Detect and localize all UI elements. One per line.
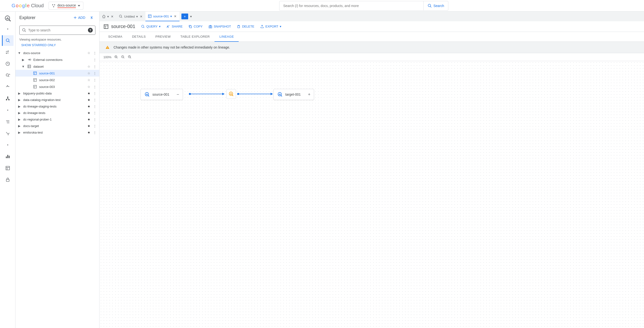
close-icon[interactable]: ✕ <box>140 14 143 19</box>
chevron-down-icon[interactable]: ▾ <box>136 15 138 18</box>
tree-project-item[interactable]: ▶dc-lineage-staging-tests★⋮ <box>16 103 99 110</box>
star-icon[interactable]: ★ <box>88 131 90 134</box>
collapse-icon[interactable]: − <box>176 92 179 97</box>
kebab-menu-icon[interactable]: ⋮ <box>92 78 97 82</box>
tree-table-source-003[interactable]: source-003 ☆ ⋮ <box>16 83 99 90</box>
chevron-down-icon[interactable]: ▾ <box>107 15 109 18</box>
rail-scheduled[interactable] <box>2 58 14 69</box>
kebab-menu-icon[interactable]: ⋮ <box>92 58 97 62</box>
star-icon[interactable]: ☆ <box>88 72 90 75</box>
query-button[interactable]: QUERY▾ <box>141 25 161 28</box>
tree-label: data-catalog-migration-test <box>23 98 86 102</box>
subtab-table-explorer[interactable]: TABLE EXPLORER <box>176 32 215 42</box>
rail-settings[interactable] <box>2 128 14 139</box>
kebab-menu-icon[interactable]: ⋮ <box>92 92 97 95</box>
tree-project-item[interactable]: ▶bigquery-public-data★⋮ <box>16 90 99 96</box>
tree-table-source-002[interactable]: source-002 ☆ ⋮ <box>16 76 99 83</box>
explorer-search-input[interactable] <box>28 28 86 32</box>
bigquery-logo-icon[interactable] <box>4 14 12 23</box>
tab-overflow-dropdown[interactable]: ▾ <box>188 14 194 18</box>
star-icon[interactable]: ☆ <box>88 78 90 82</box>
tab-untitled[interactable]: Untitled ▾ ✕ <box>116 12 146 21</box>
menu-icon[interactable] <box>3 3 9 9</box>
tree-project-item[interactable]: ▶data-catalog-migration-test★⋮ <box>16 96 99 103</box>
zoom-out-icon[interactable] <box>121 55 125 59</box>
tree-external-connections[interactable]: ▶ External connections ⋮ <box>16 56 99 63</box>
star-icon[interactable]: ★ <box>88 98 90 102</box>
kebab-menu-icon[interactable]: ⋮ <box>92 72 97 75</box>
kebab-menu-icon[interactable]: ⋮ <box>92 124 97 128</box>
rail-hierarchy[interactable] <box>2 93 14 104</box>
snapshot-button[interactable]: SNAPSHOT <box>208 25 231 28</box>
subtab-lineage[interactable]: LINEAGE <box>214 32 239 42</box>
expand-icon[interactable]: + <box>308 92 311 97</box>
close-icon[interactable]: ✕ <box>174 14 177 18</box>
lineage-canvas[interactable]: source-001 − target-001 + <box>100 61 644 328</box>
rail-biengine[interactable] <box>2 82 14 92</box>
kebab-menu-icon[interactable]: ⋮ <box>92 65 97 68</box>
star-icon[interactable]: ☆ <box>88 65 90 68</box>
rail-chart[interactable] <box>2 151 14 162</box>
show-starred-link[interactable]: SHOW STARRED ONLY <box>16 42 99 48</box>
kebab-menu-icon[interactable]: ⋮ <box>92 85 97 89</box>
chevron-down-icon[interactable]: ▾ <box>170 14 172 18</box>
search-button[interactable]: Search <box>424 1 448 10</box>
tree-dataset[interactable]: ▼ dataset ☆ ⋮ <box>16 63 99 70</box>
kebab-menu-icon[interactable]: ⋮ <box>92 98 97 102</box>
tab-source-001[interactable]: source-001 ▾ ✕ <box>146 12 180 21</box>
copy-button[interactable]: COPY <box>188 25 203 28</box>
subtab-details[interactable]: DETAILS <box>127 32 151 42</box>
tree-project-item[interactable]: ▶docs-target★⋮ <box>16 123 99 129</box>
star-icon[interactable]: ☆ <box>88 85 90 89</box>
rail-table[interactable] <box>2 163 14 174</box>
star-icon[interactable]: ★ <box>88 118 90 121</box>
new-tab-button[interactable]: + <box>182 14 188 19</box>
zoom-in-icon[interactable] <box>114 55 118 59</box>
rail-explorer[interactable] <box>2 35 14 46</box>
kebab-menu-icon[interactable]: ⋮ <box>92 131 97 134</box>
delete-button[interactable]: DELETE <box>237 25 254 28</box>
kebab-menu-icon[interactable]: ⋮ <box>92 51 97 55</box>
lineage-process-node[interactable] <box>226 89 236 99</box>
star-icon[interactable]: ★ <box>88 124 90 128</box>
tree-project-docs-source[interactable]: ▼ docs-source ☆ ⋮ <box>16 50 99 56</box>
kebab-menu-icon[interactable]: ⋮ <box>92 104 97 108</box>
kebab-menu-icon[interactable]: ⋮ <box>92 111 97 115</box>
star-icon[interactable]: ★ <box>88 111 90 115</box>
tree-project-item[interactable]: ▶dc-regional-prober-1★⋮ <box>16 116 99 123</box>
rail-dot-1[interactable] <box>2 24 14 34</box>
rail-analytics[interactable] <box>2 70 14 81</box>
kebab-menu-icon[interactable]: ⋮ <box>92 118 97 121</box>
collapse-button[interactable] <box>89 14 96 21</box>
subtab-preview[interactable]: PREVIEW <box>150 32 175 42</box>
rail-dot-2[interactable] <box>2 105 14 116</box>
star-icon[interactable]: ★ <box>88 92 90 95</box>
subtab-schema[interactable]: SCHEMA <box>104 32 127 42</box>
svg-point-3 <box>428 4 431 7</box>
svg-rect-57 <box>107 48 108 48</box>
global-search-input[interactable] <box>280 2 424 10</box>
tab-home[interactable]: ▾ ✕ <box>100 12 116 21</box>
help-icon[interactable]: ? <box>88 28 93 32</box>
close-icon[interactable]: ✕ <box>110 14 114 19</box>
star-icon[interactable]: ☆ <box>88 51 90 55</box>
explorer-header: Explorer ADD <box>16 12 99 24</box>
rail-security[interactable] <box>2 174 14 185</box>
share-button[interactable]: SHARE <box>166 25 182 28</box>
svg-line-14 <box>8 76 9 77</box>
zoom-reset-icon[interactable] <box>128 55 132 59</box>
tree-project-item[interactable]: ▶dc-lineage-tests★⋮ <box>16 110 99 116</box>
export-button[interactable]: EXPORT▾ <box>260 25 282 28</box>
star-icon[interactable]: ★ <box>88 104 90 108</box>
google-cloud-logo[interactable]: Google Cloud <box>12 3 44 8</box>
tree-project-item[interactable]: ▶emilsroka-test★⋮ <box>16 129 99 136</box>
svg-line-51 <box>144 27 144 28</box>
lineage-node-source[interactable]: source-001 − <box>140 89 183 100</box>
add-button[interactable]: ADD <box>71 15 87 20</box>
rail-transfers[interactable] <box>2 47 14 58</box>
tree-table-source-001[interactable]: source-001 ☆ ⋮ <box>16 70 99 76</box>
rail-dot-3[interactable] <box>2 140 14 150</box>
project-selector[interactable]: docs-source <box>48 2 83 10</box>
rail-list[interactable] <box>2 116 14 127</box>
lineage-node-target[interactable]: target-001 + <box>274 89 314 100</box>
